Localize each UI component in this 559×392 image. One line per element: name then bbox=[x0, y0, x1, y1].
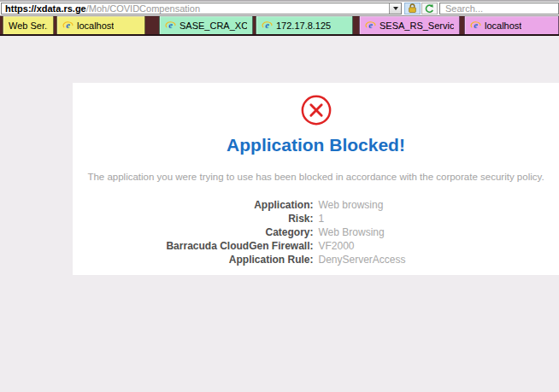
tab-bar: Web Ser... e localhost e SASE_CRA_XCRMS_… bbox=[0, 15, 559, 36]
block-details-table: Application: Web browsing Risk: 1 Catego… bbox=[73, 198, 559, 266]
detail-value: VF2000 bbox=[319, 239, 559, 253]
block-message: The application you were trying to use h… bbox=[73, 172, 559, 182]
tab-label: SASE_CRA_XCRMS_Ser... bbox=[179, 20, 247, 31]
refresh-button[interactable] bbox=[421, 3, 438, 15]
tab-localhost-2[interactable]: e localhost bbox=[464, 16, 559, 34]
page-title: Application Blocked! bbox=[73, 135, 559, 155]
tab-label: localhost bbox=[77, 20, 114, 31]
url-host: https://xdata.rs.ge bbox=[5, 3, 86, 14]
tab-sesa-rs-service[interactable]: e SESA_RS_Service Web ... bbox=[359, 16, 460, 34]
tab-localhost-1[interactable]: e localhost bbox=[56, 16, 145, 34]
detail-label: Risk: bbox=[73, 212, 314, 225]
detail-label: Application Rule: bbox=[73, 253, 314, 266]
url-dropdown-button[interactable] bbox=[389, 3, 401, 14]
detail-label: Application: bbox=[73, 198, 314, 212]
tab-label: Web Ser... bbox=[9, 20, 48, 31]
detail-value: DenyServerAccess bbox=[319, 253, 559, 266]
ie-icon: e bbox=[62, 20, 74, 31]
error-icon-wrap bbox=[73, 94, 559, 126]
refresh-icon bbox=[424, 3, 435, 15]
chevron-down-icon bbox=[393, 7, 398, 10]
detail-value: Web browsing bbox=[319, 198, 559, 212]
detail-label: Barracuda CloudGen Firewall: bbox=[73, 239, 314, 253]
tab-sase-cra-xcrms[interactable]: e SASE_CRA_XCRMS_Ser... bbox=[159, 16, 253, 34]
address-bar: https://xdata.rs.ge/Moh/COVIDCompensatio… bbox=[0, 2, 559, 15]
tab-label: localhost bbox=[485, 20, 521, 31]
detail-label: Category: bbox=[73, 225, 314, 239]
url-path: /Moh/COVIDCompensation bbox=[86, 3, 200, 14]
ie-icon: e bbox=[262, 20, 273, 31]
page-background: Application Blocked! The application you… bbox=[0, 36, 559, 392]
lock-icon bbox=[408, 3, 417, 14]
tab-172-17-8-125[interactable]: e 172.17.8.125 bbox=[256, 16, 353, 34]
tab-label: 172.17.8.125 bbox=[276, 20, 331, 31]
block-page-card: Application Blocked! The application you… bbox=[73, 83, 559, 275]
search-placeholder: Search... bbox=[445, 3, 483, 14]
security-lock-button[interactable] bbox=[404, 3, 421, 15]
tab-web-services[interactable]: Web Ser... bbox=[3, 16, 54, 34]
ie-icon: e bbox=[165, 20, 176, 31]
url-input[interactable]: https://xdata.rs.ge/Moh/COVIDCompensatio… bbox=[1, 3, 402, 15]
search-input[interactable]: Search... bbox=[439, 3, 559, 15]
detail-value: 1 bbox=[319, 212, 559, 225]
circle-x-icon bbox=[300, 94, 332, 126]
ie-icon: e bbox=[470, 20, 481, 31]
detail-value: Web Browsing bbox=[319, 225, 559, 239]
ie-icon: e bbox=[365, 20, 376, 31]
tab-label: SESA_RS_Service Web ... bbox=[380, 20, 454, 31]
